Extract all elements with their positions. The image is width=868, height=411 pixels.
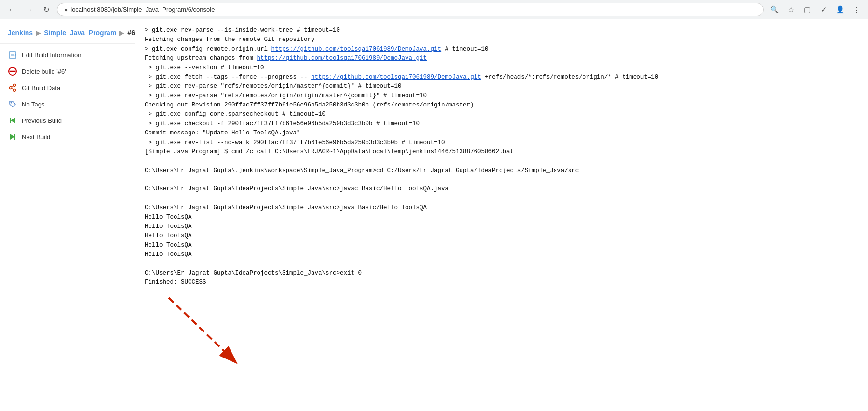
breadcrumb: Jenkins ▶ Simple_Java_Program ▶ #6 (0, 24, 135, 44)
window-button[interactable]: ▢ (800, 3, 814, 16)
console-line: Fetching upstream changes from https://g… (145, 54, 858, 63)
page-layout: Jenkins ▶ Simple_Java_Program ▶ #6 Edit … (0, 19, 868, 411)
console-line: Hello ToolsQA (145, 213, 858, 222)
console-output: > git.exe rev-parse --is-inside-work-tre… (145, 26, 858, 288)
console-line: > git.exe checkout -f 290ffac7ff37ff7b61… (145, 119, 858, 129)
sidebar-item-previous-build[interactable]: Previous Build (0, 112, 135, 129)
reload-button[interactable]: ↻ (40, 3, 53, 16)
search-button[interactable]: 🔍 (768, 3, 781, 16)
sidebar: Jenkins ▶ Simple_Java_Program ▶ #6 Edit … (0, 19, 135, 411)
browser-actions: 🔍 ☆ ▢ ✓ 👤 ⋮ (768, 3, 863, 16)
bookmark-button[interactable]: ✓ (817, 3, 830, 16)
url-text: localhost:8080/job/Simple_Java_Program/6… (70, 6, 215, 13)
console-line: C:\Users\Er Jagrat Gupta\IdeaProjects\Si… (145, 203, 858, 212)
console-line (145, 175, 858, 185)
svg-point-7 (14, 84, 16, 87)
delete-icon (8, 66, 17, 76)
console-line: Checking out Revision 290ffac7ff37ff7b61… (145, 101, 858, 110)
sidebar-item-edit-build-info[interactable]: Edit Build Information (0, 47, 135, 63)
browser-chrome: ← → ↻ ● localhost:8080/job/Simple_Java_P… (0, 0, 868, 19)
console-line: Finished: SUCCESS (145, 278, 858, 287)
console-link[interactable]: https://github.com/toolsqa17061989/DemoJ… (311, 74, 481, 80)
breadcrumb-jenkins[interactable]: Jenkins (8, 29, 33, 37)
console-link[interactable]: https://github.com/toolsqa17061989/DemoJ… (257, 55, 427, 62)
svg-rect-0 (9, 52, 16, 58)
console-line: [Simple_Java_Program] $ cmd /c call C:\U… (145, 147, 858, 157)
arrow-annotation (154, 288, 260, 384)
console-line: Hello ToolsQA (145, 250, 858, 259)
console-line: Hello ToolsQA (145, 222, 858, 231)
svg-point-12 (11, 102, 12, 104)
console-line: Hello ToolsQA (145, 241, 858, 250)
breadcrumb-sep1: ▶ (36, 29, 41, 37)
breadcrumb-sep2: ▶ (119, 29, 124, 37)
console-line: > git.exe config core.sparsecheckout # t… (145, 110, 858, 119)
svg-marker-13 (11, 118, 15, 123)
console-line: C:\Users\Er Jagrat Gupta\IdeaProjects\Si… (145, 269, 858, 278)
content-area: > git.exe rev-parse --is-inside-work-tre… (135, 19, 868, 411)
next-build-icon (8, 132, 17, 142)
edit-icon (8, 50, 17, 60)
git-icon (8, 83, 17, 93)
sidebar-item-previous-build-label: Previous Build (22, 117, 62, 124)
lock-icon: ● (64, 6, 68, 13)
svg-rect-16 (14, 134, 15, 140)
tag-icon (8, 99, 17, 109)
svg-point-8 (10, 87, 12, 89)
breadcrumb-build: #6 (127, 29, 135, 37)
console-line: Hello ToolsQA (145, 231, 858, 240)
svg-line-18 (169, 298, 236, 363)
back-button[interactable]: ← (5, 3, 18, 16)
console-line: > git.exe --version # timeout=10 (145, 64, 858, 73)
console-line: Commit message: "Update Hello_ToolsQA.ja… (145, 129, 858, 138)
sidebar-item-delete-build-label: Delete build '#6' (22, 68, 66, 75)
console-line: > git.exe rev-parse "refs/remotes/origin… (145, 92, 858, 101)
svg-point-9 (14, 89, 16, 92)
console-line: > git.exe fetch --tags --force --progres… (145, 73, 858, 82)
sidebar-item-no-tags[interactable]: No Tags (0, 96, 135, 112)
profile-button[interactable]: 👤 (833, 3, 847, 16)
forward-button[interactable]: → (22, 3, 36, 16)
console-line: > git.exe rev-parse --is-inside-work-tre… (145, 26, 858, 35)
menu-button[interactable]: ⋮ (850, 3, 863, 16)
sidebar-item-delete-build[interactable]: Delete build '#6' (0, 63, 135, 80)
breadcrumb-job[interactable]: Simple_Java_Program (44, 29, 116, 37)
svg-marker-15 (10, 134, 14, 140)
console-line (145, 157, 858, 166)
console-line: > git.exe config remote.origin.url https… (145, 45, 858, 54)
svg-rect-14 (10, 118, 11, 123)
sidebar-item-edit-build-info-label: Edit Build Information (22, 52, 81, 59)
console-line (145, 259, 858, 268)
address-bar[interactable]: ● localhost:8080/job/Simple_Java_Program… (57, 3, 764, 16)
sidebar-item-next-build-label: Next Build (22, 133, 50, 141)
console-line: Fetching changes from the remote Git rep… (145, 35, 858, 44)
console-link[interactable]: https://github.com/toolsqa17061989/DemoJ… (271, 46, 442, 53)
bookmark-star-button[interactable]: ☆ (784, 3, 798, 16)
sidebar-item-git-build-data[interactable]: Git Build Data (0, 80, 135, 96)
sidebar-item-no-tags-label: No Tags (22, 101, 44, 108)
console-line (145, 194, 858, 203)
prev-build-icon (8, 116, 17, 125)
sidebar-item-next-build[interactable]: Next Build (0, 129, 135, 145)
sidebar-item-git-build-data-label: Git Build Data (22, 84, 60, 92)
console-line: > git.exe rev-list --no-walk 290ffac7ff3… (145, 138, 858, 147)
console-line: > git.exe rev-parse "refs/remotes/origin… (145, 82, 858, 91)
svg-line-10 (12, 86, 14, 87)
console-line: C:\Users\Er Jagrat Gupta\IdeaProjects\Si… (145, 185, 858, 194)
console-line: C:\Users\Er Jagrat Gupta\.jenkins\worksp… (145, 166, 858, 175)
svg-line-11 (12, 88, 14, 90)
